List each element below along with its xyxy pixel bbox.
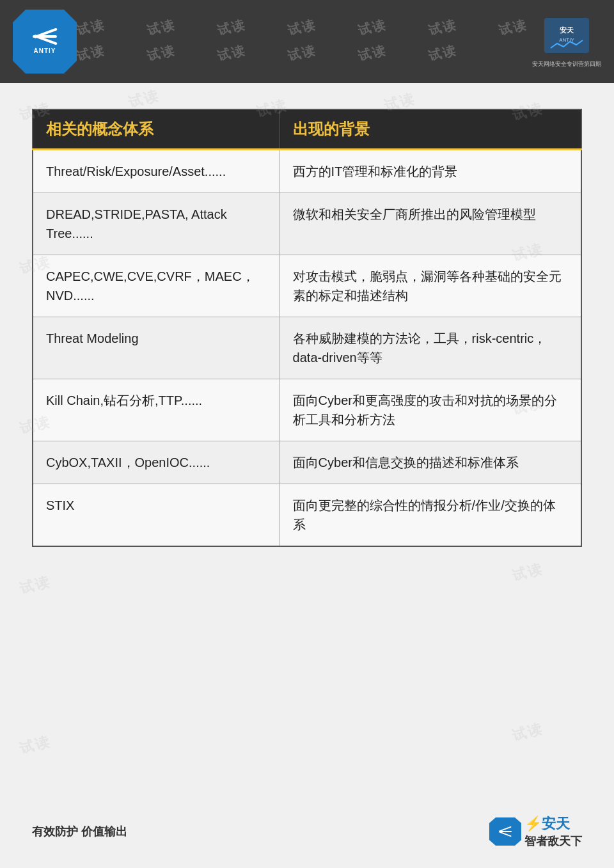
table-cell-right-5: 面向Cyber和信息交换的描述和标准体系 [279, 441, 581, 484]
page-watermark-12: 试读 [17, 732, 53, 759]
table-cell-right-4: 面向Cyber和更高强度的攻击和对抗的场景的分析工具和分析方法 [279, 379, 581, 441]
table-cell-right-1: 微软和相关安全厂商所推出的风险管理模型 [279, 193, 581, 255]
table-body: Threat/Risk/Exposure/Asset......西方的IT管理和… [33, 150, 581, 547]
table-cell-left-0: Threat/Risk/Exposure/Asset...... [33, 150, 279, 193]
table-cell-left-1: DREAD,STRIDE,PASTA, Attack Tree...... [33, 193, 279, 255]
table-row: Threat Modeling各种威胁建模的方法论，工具，risk-centri… [33, 317, 581, 379]
company-icon: 安天 ANTIY [541, 15, 592, 56]
header-watermark-5: 试读 [356, 16, 388, 40]
footer-company-name: ⚡安天 [524, 814, 570, 833]
header-logo: ANTIY [13, 10, 77, 74]
svg-text:安天: 安天 [559, 26, 574, 34]
header-watermark-13: 试读 [427, 42, 458, 65]
page-watermark-10: 试读 [17, 572, 53, 599]
table-cell-left-2: CAPEC,CWE,CVE,CVRF，MAEC，NVD...... [33, 255, 279, 317]
logo-lines [33, 29, 57, 43]
table-cell-left-3: Threat Modeling [33, 317, 279, 379]
header-watermark-9: 试读 [145, 42, 177, 65]
table-cell-right-3: 各种威胁建模的方法论，工具，risk-centric，data-driven等等 [279, 317, 581, 379]
footer-logo-icon [489, 817, 521, 846]
footer-lightning: ⚡ [524, 816, 542, 832]
header-watermark-2: 试读 [145, 16, 177, 40]
table-row: Threat/Risk/Exposure/Asset......西方的IT管理和… [33, 150, 581, 193]
table-cell-left-5: CybOX,TAXII，OpenIOC...... [33, 441, 279, 484]
table-cell-right-6: 面向更完整的综合性的情报分析/作业/交换的体系 [279, 484, 581, 547]
header-right-text: 安天网络安全专训营第四期 [532, 60, 601, 68]
header-watermark-3: 试读 [216, 16, 247, 40]
table-cell-left-6: STIX [33, 484, 279, 547]
svg-text:ANTIY: ANTIY [559, 37, 574, 43]
col2-header: 出现的背景 [279, 109, 581, 150]
header-watermark-12: 试读 [356, 42, 388, 65]
table-cell-right-2: 对攻击模式，脆弱点，漏洞等各种基础的安全元素的标定和描述结构 [279, 255, 581, 317]
table-row: STIX面向更完整的综合性的情报分析/作业/交换的体系 [33, 484, 581, 547]
col1-header: 相关的概念体系 [33, 109, 279, 150]
table-cell-left-4: Kill Chain,钻石分析,TTP...... [33, 379, 279, 441]
header-watermark-4: 试读 [286, 16, 317, 40]
footer-tagline: 有效防护 价值输出 [32, 824, 127, 839]
header-watermark-1: 试读 [75, 16, 106, 40]
main-content: 相关的概念体系 出现的背景 Threat/Risk/Exposure/Asset… [0, 83, 614, 572]
footer-logo: ⚡安天 智者敌天下 [489, 814, 582, 849]
content-table: 相关的概念体系 出现的背景 Threat/Risk/Exposure/Asset… [32, 109, 582, 547]
table-row: DREAD,STRIDE,PASTA, Attack Tree......微软和… [33, 193, 581, 255]
table-header-row: 相关的概念体系 出现的背景 [33, 109, 581, 150]
logo-text: ANTIY [34, 47, 56, 54]
footer-company-sub: 智者敌天下 [524, 833, 582, 849]
header-watermark-8: 试读 [75, 42, 106, 65]
table-row: CAPEC,CWE,CVE,CVRF，MAEC，NVD......对攻击模式，脆… [33, 255, 581, 317]
header: 试读 试读 试读 试读 试读 试读 试读 试读 试读 试读 试读 试读 试读 A… [0, 0, 614, 83]
table-row: CybOX,TAXII，OpenIOC......面向Cyber和信息交换的描述… [33, 441, 581, 484]
page-watermark-13: 试读 [510, 719, 546, 746]
header-watermark-11: 试读 [286, 42, 317, 65]
header-watermark-10: 试读 [216, 42, 247, 65]
footer: 有效防护 价值输出 ⚡安天 智者敌天下 [0, 814, 614, 849]
header-right-logo: 安天 ANTIY 安天网络安全专训营第四期 [532, 15, 601, 68]
table-row: Kill Chain,钻石分析,TTP......面向Cyber和更高强度的攻击… [33, 379, 581, 441]
table-cell-right-0: 西方的IT管理和标准化的背景 [279, 150, 581, 193]
header-watermark-7: 试读 [497, 16, 528, 40]
header-watermark-6: 试读 [427, 16, 458, 40]
